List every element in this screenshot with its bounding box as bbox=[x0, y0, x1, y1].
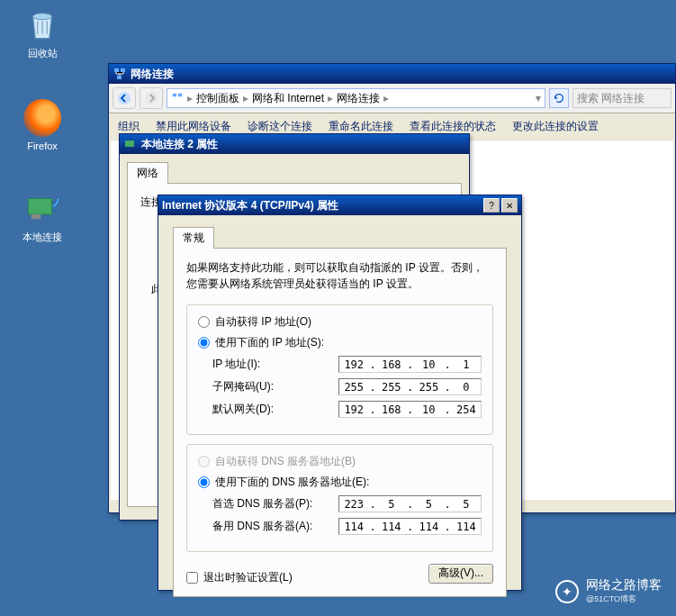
search-input[interactable]: 搜索 网络连接 bbox=[572, 88, 671, 108]
ip-label: IP 地址(I): bbox=[212, 357, 338, 372]
desktop-icon-label: Firefox bbox=[11, 140, 74, 151]
svg-rect-4 bbox=[121, 68, 125, 72]
desktop-icon-firefox[interactable]: Firefox bbox=[11, 99, 74, 151]
firefox-icon bbox=[23, 99, 61, 137]
watermark: ✦ 网络之路博客 @51CTO博客 bbox=[555, 577, 662, 605]
checkbox-label: 退出时验证设置(L) bbox=[203, 570, 293, 585]
dns1-label: 首选 DNS 服务器(P): bbox=[212, 496, 338, 512]
desktop-icon-label: 本地连接 bbox=[11, 231, 74, 244]
svg-rect-3 bbox=[114, 68, 119, 72]
radio-manual-dns-row[interactable]: 使用下面的 DNS 服务器地址(E): bbox=[198, 475, 482, 490]
breadcrumb-item[interactable]: 网络和 Internet bbox=[252, 91, 324, 106]
refresh-icon bbox=[553, 92, 565, 104]
radio-manual-ip-row[interactable]: 使用下面的 IP 地址(S): bbox=[198, 335, 482, 350]
svg-rect-5 bbox=[117, 76, 122, 79]
ipv4-properties-window: Internet 协议版本 4 (TCP/IPv4) 属性 ? ✕ 常规 如果网… bbox=[158, 195, 522, 591]
subnet-mask-input[interactable]: 255. 255. 255. 0 bbox=[338, 378, 482, 395]
menu-rename[interactable]: 重命名此连接 bbox=[329, 119, 393, 134]
svg-rect-9 bbox=[178, 94, 182, 97]
help-button[interactable]: ? bbox=[483, 198, 500, 213]
radio-auto-ip-row[interactable]: 自动获得 IP 地址(O) bbox=[198, 314, 482, 330]
radio-label: 自动获得 DNS 服务器地址(B) bbox=[215, 454, 356, 469]
titlebar[interactable]: 本地连接 2 属性 bbox=[120, 134, 469, 154]
desktop-icon-recycle-bin[interactable]: 回收站 bbox=[11, 5, 74, 60]
window-title: 本地连接 2 属性 bbox=[141, 137, 465, 152]
titlebar[interactable]: 网络连接 bbox=[109, 64, 675, 84]
description-text: 如果网络支持此功能，则可以获取自动指派的 IP 设置。否则，您需要从网络系统管理… bbox=[186, 259, 493, 292]
advanced-button[interactable]: 高级(V)... bbox=[428, 564, 493, 584]
titlebar[interactable]: Internet 协议版本 4 (TCP/IPv4) 属性 ? ✕ bbox=[158, 195, 521, 215]
ip-address-input[interactable]: 192. 168. 10. 1 bbox=[338, 356, 482, 373]
svg-rect-10 bbox=[125, 140, 134, 147]
tab-general[interactable]: 常规 bbox=[173, 227, 214, 249]
menu-diagnose[interactable]: 诊断这个连接 bbox=[248, 119, 312, 134]
address-bar[interactable]: ▸ 控制面板 ▸ 网络和 Internet ▸ 网络连接 ▸ ▾ bbox=[167, 88, 545, 108]
menu-view-status[interactable]: 查看此连接的状态 bbox=[410, 119, 496, 134]
back-button[interactable] bbox=[113, 87, 136, 109]
desktop-icon-label: 回收站 bbox=[11, 47, 74, 60]
wechat-icon: ✦ bbox=[555, 580, 579, 603]
dns1-input[interactable]: 223. 5. 5. 5 bbox=[338, 495, 482, 512]
watermark-sub: @51CTO博客 bbox=[586, 593, 662, 605]
breadcrumb-item[interactable]: 网络连接 bbox=[337, 91, 380, 106]
ip-address-group: 自动获得 IP 地址(O) 使用下面的 IP 地址(S): IP 地址(I): … bbox=[186, 304, 493, 435]
toolbar: ▸ 控制面板 ▸ 网络和 Internet ▸ 网络连接 ▸ ▾ 搜索 网络连接 bbox=[109, 84, 675, 113]
window-title: Internet 协议版本 4 (TCP/IPv4) 属性 bbox=[162, 198, 483, 213]
svg-point-0 bbox=[33, 14, 52, 20]
desktop-icon-local-connection[interactable]: 本地连接 bbox=[11, 189, 74, 244]
network-icon bbox=[171, 92, 184, 104]
tab-network[interactable]: 网络 bbox=[127, 162, 168, 184]
question-icon: ? bbox=[489, 201, 494, 211]
radio-auto-dns-row: 自动获得 DNS 服务器地址(B) bbox=[198, 454, 482, 469]
gateway-label: 默认网关(D): bbox=[212, 402, 338, 417]
refresh-button[interactable] bbox=[549, 88, 569, 108]
radio-label: 使用下面的 IP 地址(S): bbox=[215, 335, 324, 350]
dns2-label: 备用 DNS 服务器(A): bbox=[212, 519, 338, 534]
radio-auto-dns bbox=[198, 456, 210, 467]
svg-point-6 bbox=[118, 92, 131, 104]
network-icon bbox=[113, 67, 127, 81]
svg-rect-1 bbox=[28, 199, 51, 215]
arrow-right-icon bbox=[144, 91, 158, 105]
menu-organize[interactable]: 组织 bbox=[118, 119, 140, 134]
dropdown-arrow-icon[interactable]: ▾ bbox=[536, 92, 541, 104]
svg-point-7 bbox=[145, 92, 158, 104]
validate-on-exit-row[interactable]: 退出时验证设置(L) bbox=[186, 570, 293, 585]
radio-auto-ip[interactable] bbox=[198, 316, 210, 328]
dns-group: 自动获得 DNS 服务器地址(B) 使用下面的 DNS 服务器地址(E): 首选… bbox=[186, 444, 493, 552]
recycle-bin-icon bbox=[23, 5, 61, 43]
dns2-input[interactable]: 114. 114. 114. 114 bbox=[338, 518, 482, 535]
menu-disable[interactable]: 禁用此网络设备 bbox=[156, 119, 231, 134]
menu-change-settings[interactable]: 更改此连接的设置 bbox=[512, 119, 599, 134]
adapter-icon bbox=[123, 137, 138, 151]
subnet-label: 子网掩码(U): bbox=[212, 379, 338, 394]
close-icon: ✕ bbox=[506, 201, 513, 211]
radio-manual-dns[interactable] bbox=[198, 476, 210, 488]
search-placeholder: 搜索 网络连接 bbox=[577, 91, 644, 106]
svg-rect-8 bbox=[173, 94, 176, 97]
radio-manual-ip[interactable] bbox=[198, 337, 210, 349]
radio-label: 使用下面的 DNS 服务器地址(E): bbox=[215, 475, 369, 490]
forward-button[interactable] bbox=[140, 87, 163, 109]
close-button[interactable]: ✕ bbox=[501, 198, 518, 213]
watermark-name: 网络之路博客 bbox=[586, 577, 662, 593]
arrow-left-icon bbox=[117, 91, 131, 105]
gateway-input[interactable]: 192. 168. 10. 254 bbox=[338, 401, 482, 418]
breadcrumb-item[interactable]: 控制面板 bbox=[196, 91, 239, 106]
network-adapter-icon bbox=[23, 189, 61, 227]
window-title: 网络连接 bbox=[131, 67, 671, 82]
svg-rect-2 bbox=[32, 214, 41, 219]
validate-on-exit-checkbox[interactable] bbox=[186, 572, 198, 584]
radio-label: 自动获得 IP 地址(O) bbox=[215, 314, 311, 330]
